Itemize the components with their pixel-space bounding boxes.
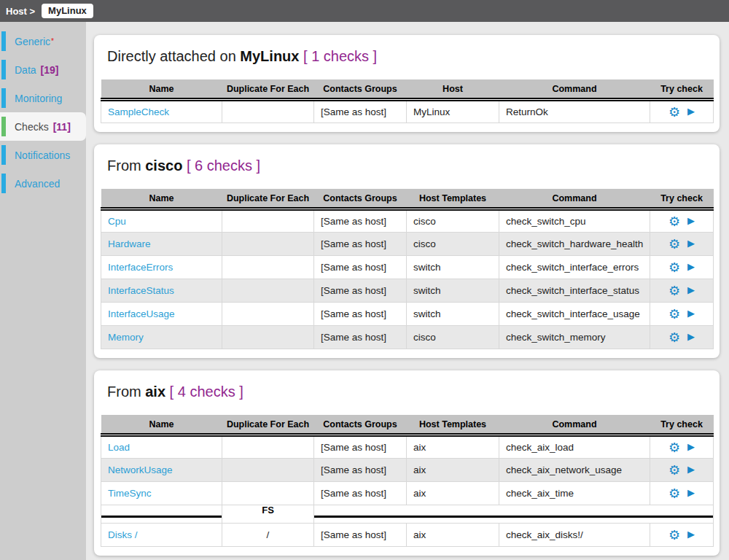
sidebar-item-label: Data — [15, 64, 36, 76]
column-header: Try check — [650, 189, 714, 209]
gear-icon[interactable]: ⚙ — [668, 284, 680, 298]
section-title-prefix: From — [107, 158, 141, 174]
duplicate-for-each-cell — [222, 209, 314, 233]
command-cell: check_switch_interface_status — [499, 279, 650, 303]
table-row: InterfaceUsage[Same as host]switchcheck_… — [101, 303, 714, 326]
sidebar-item-data[interactable]: Data[19] — [0, 55, 86, 84]
check-name-link[interactable]: Cpu — [108, 216, 126, 227]
gear-icon[interactable]: ⚙ — [668, 529, 680, 542]
column-header: Command — [499, 415, 650, 435]
play-icon[interactable]: ▶ — [687, 106, 695, 116]
gear-icon[interactable]: ⚙ — [668, 441, 680, 454]
host-cell: switch — [407, 303, 499, 326]
table-row: Disks //[Same as host]aixcheck_aix_disks… — [101, 524, 714, 547]
section-title-subject: cisco — [145, 158, 182, 174]
section-title: Directly attached on MyLinux [ 1 checks … — [107, 48, 713, 65]
gear-icon[interactable]: ⚙ — [668, 331, 680, 344]
try-check-cell: ⚙▶ — [650, 459, 714, 482]
contacts-groups-cell: [Same as host] — [314, 459, 407, 482]
contacts-groups-cell: [Same as host] — [314, 279, 407, 303]
sidebar-item-label: Advanced — [15, 178, 60, 190]
check-name-link[interactable]: TimeSync — [108, 488, 152, 499]
section-card-aix: From aix [ 4 checks ]NameDuplicate For E… — [94, 370, 720, 556]
gear-icon[interactable]: ⚙ — [668, 261, 680, 274]
separator-line-cell — [101, 505, 222, 524]
contacts-groups-cell: [Same as host] — [314, 435, 407, 459]
sidebar-item-advanced[interactable]: Advanced — [0, 169, 86, 198]
contacts-groups-cell: [Same as host] — [314, 326, 407, 349]
host-cell: aix — [407, 524, 499, 547]
name-cell: InterfaceStatus — [101, 279, 222, 303]
item-accent-bar — [1, 117, 6, 136]
separator-line — [101, 516, 222, 518]
item-accent-bar — [1, 145, 6, 165]
check-name-link[interactable]: SampleCheck — [108, 106, 169, 117]
count-badge: [19] — [41, 64, 59, 76]
check-name-link[interactable]: Load — [108, 442, 130, 453]
table-row: InterfaceErrors[Same as host]switchcheck… — [101, 256, 714, 279]
play-icon[interactable]: ▶ — [687, 442, 695, 451]
column-header: Duplicate For Each — [222, 79, 314, 100]
play-icon[interactable]: ▶ — [687, 262, 695, 271]
gear-icon[interactable]: ⚙ — [668, 106, 680, 119]
check-name-link[interactable]: InterfaceUsage — [108, 308, 175, 319]
column-header: Host Templates — [407, 415, 499, 435]
name-cell: Cpu — [101, 209, 222, 233]
host-pill[interactable]: MyLinux — [42, 4, 93, 19]
breadcrumb: Host > — [6, 6, 35, 17]
command-cell: check_aix_time — [499, 482, 650, 505]
play-icon[interactable]: ▶ — [687, 285, 695, 295]
checks-table: NameDuplicate For EachContacts GroupsHos… — [101, 189, 714, 349]
item-accent-bar — [1, 174, 6, 193]
check-name-link[interactable]: Memory — [108, 332, 144, 343]
play-icon[interactable]: ▶ — [687, 464, 695, 474]
section-checks-count: [ 4 checks ] — [170, 384, 243, 400]
sidebar-item-notifications[interactable]: Notifications — [0, 141, 86, 169]
table-row: Cpu[Same as host]ciscocheck_switch_cpu⚙▶ — [101, 209, 714, 233]
play-icon[interactable]: ▶ — [687, 488, 695, 497]
column-header: Duplicate For Each — [222, 415, 314, 435]
duplicate-for-each-cell — [222, 256, 314, 279]
gear-icon[interactable]: ⚙ — [668, 464, 680, 477]
column-header: Try check — [650, 415, 714, 435]
table-row: NetworkUsage[Same as host]aixcheck_aix_n… — [101, 459, 714, 482]
gear-icon[interactable]: ⚙ — [668, 487, 680, 500]
host-cell: cisco — [407, 233, 499, 256]
try-check-cell: ⚙▶ — [650, 303, 714, 326]
column-header: Command — [499, 189, 650, 209]
command-cell: check_aix_disks!/ — [499, 524, 650, 547]
name-cell: Load — [101, 435, 222, 459]
duplicate-for-each-cell — [222, 326, 314, 349]
column-header: Name — [101, 189, 222, 209]
host-cell: switch — [407, 279, 499, 303]
try-check-cell: ⚙▶ — [650, 279, 714, 303]
play-icon[interactable]: ▶ — [687, 332, 695, 341]
section-title: From cisco [ 6 checks ] — [107, 158, 713, 174]
gear-icon[interactable]: ⚙ — [668, 238, 680, 251]
check-name-link[interactable]: InterfaceStatus — [108, 285, 174, 296]
gear-icon[interactable]: ⚙ — [668, 215, 680, 228]
play-icon[interactable]: ▶ — [687, 529, 695, 539]
item-accent-bar — [1, 88, 6, 108]
check-name-link[interactable]: InterfaceErrors — [108, 262, 173, 273]
sidebar: Generic*Data[19]MonitoringChecks[11]Noti… — [0, 22, 86, 560]
duplicate-for-each-cell — [222, 279, 314, 303]
gear-icon[interactable]: ⚙ — [668, 308, 680, 321]
check-name-link[interactable]: Disks / — [108, 529, 138, 540]
group-separator-row: FS — [101, 505, 714, 524]
command-cell: check_switch_hardware_health — [499, 233, 650, 256]
play-icon[interactable]: ▶ — [687, 216, 695, 225]
column-header: Duplicate For Each — [222, 189, 314, 209]
host-cell: aix — [407, 459, 499, 482]
check-name-link[interactable]: NetworkUsage — [108, 464, 173, 475]
separator-line — [314, 516, 713, 518]
sidebar-item-checks[interactable]: Checks[11] — [0, 112, 86, 141]
sidebar-item-generic[interactable]: Generic* — [0, 27, 86, 55]
play-icon[interactable]: ▶ — [687, 238, 695, 248]
sidebar-item-monitoring[interactable]: Monitoring — [0, 84, 86, 112]
column-header: Host — [407, 79, 499, 100]
section-checks-count: [ 1 checks ] — [303, 48, 377, 64]
check-name-link[interactable]: Hardware — [108, 238, 151, 249]
contacts-groups-cell: [Same as host] — [314, 233, 407, 256]
play-icon[interactable]: ▶ — [687, 308, 695, 318]
